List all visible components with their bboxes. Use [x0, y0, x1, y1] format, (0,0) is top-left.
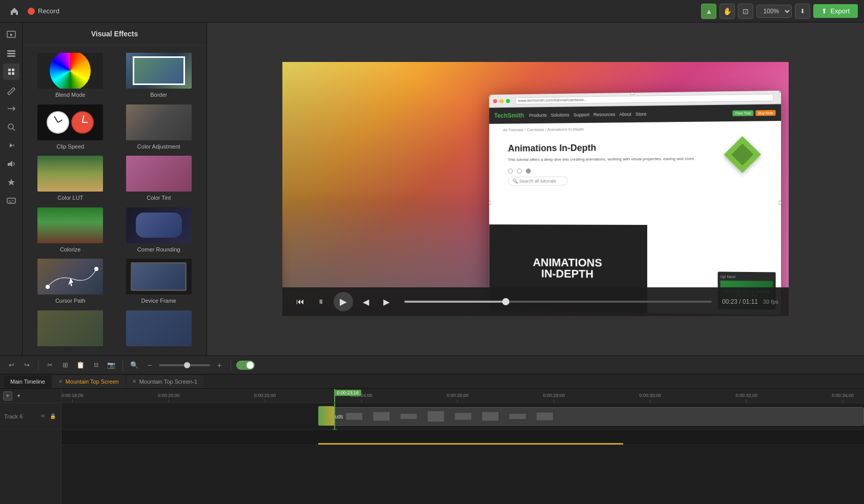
effect-item-color-tint[interactable]: Color Tint [116, 154, 202, 202]
rewind-button[interactable]: ⏮ [293, 294, 308, 309]
prev-button[interactable]: ◀ [358, 294, 374, 309]
snapshot-button[interactable]: 📷 [105, 359, 117, 371]
add-track-button[interactable]: + [3, 391, 12, 401]
collapse-track-button[interactable]: ▾ [14, 392, 23, 400]
effect-thumb-partial-b [125, 309, 193, 347]
track-rows: jd clouds [61, 403, 864, 504]
zoom-control: 100% 75% 50% [756, 5, 792, 18]
effect-item-cursor-path[interactable]: Cursor Path [28, 257, 113, 305]
track-row-6: jd clouds [61, 403, 864, 430]
time-display: 00:23 / 01:11 [722, 298, 758, 305]
time-scrubber[interactable] [404, 301, 712, 303]
effect-item-partial-b[interactable] [116, 308, 202, 351]
effect-thumb-device-frame [125, 258, 193, 296]
copy-button[interactable]: ⊞ [59, 359, 71, 371]
browser-nav-right: Free Trial Buy Now [733, 110, 776, 116]
export-button[interactable]: ⬆ Export [813, 4, 858, 18]
effect-thumb-cursor-path [36, 258, 104, 296]
nav-dot-2 [517, 169, 522, 174]
svg-point-8 [46, 285, 50, 289]
zoom-select[interactable]: 100% 75% 50% [756, 5, 792, 18]
sidebar-item-media[interactable] [3, 27, 19, 43]
tab-mountain-close[interactable]: ✕ [58, 379, 63, 384]
zoom-slider[interactable] [159, 364, 210, 366]
track-label-text: Track 6 [4, 413, 23, 419]
crop-tool-button[interactable]: ⊡ [738, 4, 753, 19]
effect-item-border[interactable]: Border [116, 51, 202, 99]
svg-rect-11 [373, 412, 389, 421]
ruler-mark-0: 0:00:18;00 [61, 393, 84, 403]
redo-button[interactable]: ↪ [20, 359, 33, 371]
sidebar-item-effects2[interactable] [3, 174, 19, 191]
svg-rect-15 [482, 412, 499, 421]
effect-thumb-blend-mode [36, 52, 104, 90]
effect-label-blend-mode: Blend Mode [55, 92, 86, 98]
frame-back-button[interactable]: ⏸ [313, 294, 328, 309]
toggle-switch[interactable] [236, 361, 255, 370]
zoom-in-button[interactable]: + [213, 359, 225, 371]
effects-panel: Visual Effects Blend Mode Border [23, 23, 207, 355]
undo-button[interactable]: ↩ [5, 359, 17, 371]
track-label-row-6: Track 6 👁 🔒 [0, 403, 61, 430]
browser-subtext: This tutorial offers a deep dive into cr… [508, 156, 695, 162]
next-button[interactable]: ▶ [379, 294, 394, 309]
browser-dot-max [506, 99, 510, 103]
selection-handle-tr[interactable] [779, 91, 781, 93]
home-button[interactable] [6, 3, 23, 19]
effect-item-color-lut[interactable]: Color LUT [28, 154, 113, 202]
selection-handle-ml[interactable] [489, 201, 491, 205]
tab-mountain-top-1[interactable]: ✕ Mountain Top Screen-1 [126, 375, 204, 388]
split-button[interactable]: ⊟ [90, 359, 102, 371]
paste-button[interactable]: 📋 [74, 359, 87, 371]
svg-line-5 [13, 129, 15, 131]
effect-item-partial-a[interactable] [28, 308, 113, 351]
effect-item-clip-speed[interactable]: Clip Speed [28, 102, 113, 151]
sidebar-item-volume[interactable] [3, 156, 19, 172]
download-button[interactable]: ⬇ [795, 4, 810, 19]
pan-tool-button[interactable]: ✋ [719, 4, 735, 19]
record-button[interactable]: Record [28, 7, 59, 15]
track-lock-button[interactable]: 🔒 [49, 412, 57, 421]
svg-point-9 [94, 267, 98, 271]
scrubber-thumb[interactable] [502, 298, 509, 305]
effect-item-blend-mode[interactable]: Blend Mode [28, 51, 113, 99]
record-label: Record [38, 7, 59, 15]
effect-item-color-adjustment[interactable]: Color Adjustment [116, 102, 202, 151]
play-button[interactable]: ▶ [334, 292, 353, 311]
selection-handle-mr[interactable] [779, 201, 781, 205]
tab-mountain-top[interactable]: ✕ Mountain Top Screen [52, 375, 125, 388]
zoom-out-button[interactable]: − [143, 359, 156, 371]
track-clip-clouds[interactable]: jd clouds [318, 407, 864, 426]
zoom-in-icon[interactable]: 🔍 [128, 359, 140, 371]
sidebar-item-transitions[interactable] [3, 100, 19, 117]
effect-label-cursor-path: Cursor Path [55, 298, 86, 304]
effect-label-colorize: Colorize [60, 246, 80, 253]
sidebar-item-effects[interactable] [3, 64, 19, 80]
effect-label-border: Border [150, 92, 167, 98]
select-tool-button[interactable]: ▲ [701, 4, 716, 19]
sidebar-item-annotations[interactable] [3, 82, 19, 98]
effect-item-colorize[interactable]: Colorize [28, 205, 113, 254]
tab-mountain1-close[interactable]: ✕ [132, 379, 136, 384]
selection-bar [318, 443, 623, 445]
sidebar-item-audio[interactable] [3, 137, 19, 154]
browser-content: All Tutorials › Camtasia › Animations In… [489, 121, 781, 315]
timeline-tabs: Main Timeline ✕ Mountain Top Screen ✕ Mo… [0, 374, 864, 389]
browser-dot-close [493, 99, 497, 103]
effect-item-device-frame[interactable]: Device Frame [116, 257, 202, 305]
scrubber-progress [404, 301, 506, 303]
tab-mountain1-label: Mountain Top Screen-1 [139, 379, 198, 385]
record-dot [28, 8, 35, 15]
effect-thumb-color-adjustment [125, 103, 193, 141]
up-next-label: Up Next [721, 275, 773, 280]
effect-thumb-color-tint [125, 155, 193, 193]
tab-main-timeline[interactable]: Main Timeline [4, 375, 51, 388]
cut-button[interactable]: ✂ [44, 359, 56, 371]
sidebar-item-captions[interactable] [3, 193, 19, 209]
sidebar-item-library[interactable] [3, 45, 19, 61]
effect-label-clip-speed: Clip Speed [56, 143, 84, 150]
effect-item-corner-rounding[interactable]: Corner Rounding [116, 205, 202, 254]
track-visibility-button[interactable]: 👁 [39, 412, 47, 421]
timeline-area: ↩ ↪ ✂ ⊞ 📋 ⊟ 📷 🔍 − + Main Timeline ✕ Moun… [0, 355, 864, 504]
sidebar-item-zoom[interactable] [3, 119, 19, 135]
